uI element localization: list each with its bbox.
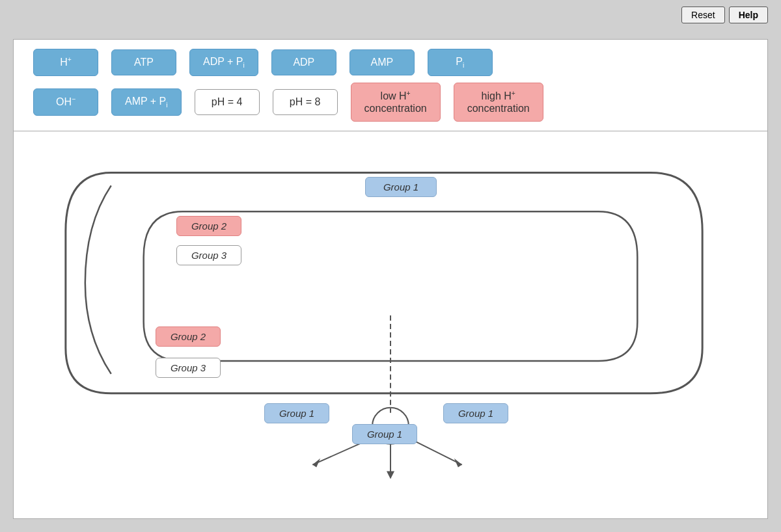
help-button[interactable]: Help: [729, 7, 768, 23]
item-ph4[interactable]: pH = 4: [195, 89, 260, 115]
item-oh-minus[interactable]: OH−: [33, 88, 98, 115]
arrowhead-down: [387, 471, 394, 479]
arrowhead-left: [312, 458, 320, 467]
item-high-h[interactable]: high H+concentration: [454, 83, 543, 121]
item-h-plus[interactable]: H+: [33, 49, 98, 75]
top-bar: Reset Help: [681, 7, 768, 23]
arrow-right: [410, 438, 462, 464]
drop-group1-bottom-right[interactable]: Group 1: [443, 403, 508, 423]
item-amp[interactable]: AMP: [349, 49, 415, 75]
drop-group1-top[interactable]: Group 1: [365, 177, 437, 197]
item-atp[interactable]: ATP: [111, 49, 176, 75]
item-ph8[interactable]: pH = 8: [273, 89, 338, 115]
drop-group3-outer[interactable]: Group 3: [156, 358, 221, 378]
item-low-h[interactable]: low H+concentration: [351, 83, 441, 121]
toolbar-row-2: OH− AMP + Pi pH = 4 pH = 8 low H+concent…: [33, 83, 748, 121]
item-amp-pi[interactable]: AMP + Pi: [111, 88, 182, 116]
drop-group2-inner[interactable]: Group 2: [176, 216, 241, 236]
toolbar-row-1: H+ ATP ADP + Pi ADP AMP Pi: [33, 49, 748, 76]
drop-group3-inner[interactable]: Group 3: [176, 245, 241, 265]
item-pi[interactable]: Pi: [428, 49, 493, 76]
toolbar: H+ ATP ADP + Pi ADP AMP Pi OH− AMP + Pi …: [14, 40, 767, 131]
reset-button[interactable]: Reset: [681, 7, 725, 23]
main-container: H+ ATP ADP + Pi ADP AMP Pi OH− AMP + Pi …: [13, 39, 768, 519]
item-adp-pi[interactable]: ADP + Pi: [189, 49, 258, 76]
arrowhead-right: [454, 458, 462, 467]
item-adp[interactable]: ADP: [271, 49, 336, 75]
drop-group2-outer[interactable]: Group 2: [156, 326, 221, 347]
drop-group1-bottom-center[interactable]: Group 1: [352, 424, 417, 444]
cristae-left-outer: [85, 185, 111, 374]
diagram-area: Group 1 Group 2 Group 3 Group 2 Group 3 …: [14, 131, 767, 512]
drop-group1-bottom-left[interactable]: Group 1: [264, 403, 329, 423]
